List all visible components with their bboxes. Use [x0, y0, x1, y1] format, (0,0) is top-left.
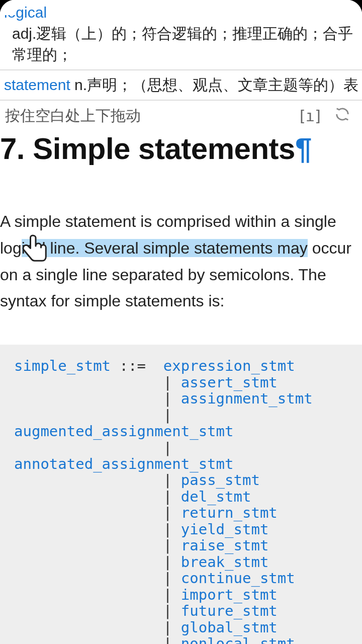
grammar-head[interactable]: simple_stmt — [14, 357, 111, 374]
grammar-rule[interactable]: augmented_assignment_stmt — [14, 423, 234, 440]
grammar-rule[interactable]: pass_stmt — [181, 471, 260, 489]
grammar-rule[interactable]: annotated_assignment_stmt — [14, 455, 234, 472]
grammar-rule[interactable]: continue_stmt — [181, 570, 295, 587]
drag-hint-text: 按住空白处上下拖动 — [5, 106, 292, 126]
drag-toolbar[interactable]: 按住空白处上下拖动 [ı] — [0, 101, 362, 128]
grammar-rule[interactable]: break_stmt — [181, 553, 269, 571]
grammar-rule[interactable]: global_stmt — [181, 619, 278, 636]
grammar-rule[interactable]: nonlocal_stmt — [181, 635, 295, 644]
intro-paragraph[interactable]: A simple statement is comprised within a… — [0, 166, 362, 314]
grammar-rule[interactable]: assignment_stmt — [181, 390, 313, 407]
grammar-rule[interactable]: yield_stmt — [181, 521, 269, 538]
grammar-rule[interactable]: raise_stmt — [181, 537, 269, 554]
brackets-icon[interactable]: [ı] — [298, 107, 322, 125]
permalink-icon[interactable]: ¶ — [295, 132, 312, 166]
grammar-rule[interactable]: expression_stmt — [163, 357, 295, 374]
grammar-block[interactable]: simple_stmt ::= expression_stmt | assert… — [0, 345, 362, 644]
selection-highlight: ical line. Several simple statements may — [22, 239, 308, 257]
dict-entry-logical[interactable]: logical adj.逻辑（上）的；符合逻辑的；推理正确的；合乎常理的； — [0, 0, 362, 70]
dict-definition: adj.逻辑（上）的；符合逻辑的；推理正确的；合乎常理的； — [4, 23, 358, 65]
dict-headword: logical — [4, 2, 358, 23]
heading-text: Simple statements — [33, 132, 295, 166]
refresh-icon[interactable] — [334, 106, 351, 126]
grammar-rule[interactable]: assert_stmt — [181, 374, 278, 391]
grammar-rule[interactable]: del_stmt — [181, 488, 251, 505]
dict-headword: statement — [4, 76, 70, 93]
heading-number: 7. — [0, 132, 25, 166]
grammar-assign-op: ::= — [120, 357, 146, 374]
dict-definition: n.声明；（思想、观点、文章主题等的）表 — [74, 76, 358, 93]
grammar-rule[interactable]: import_stmt — [181, 586, 278, 603]
grammar-rule[interactable]: future_stmt — [181, 602, 278, 619]
page-title: 7. Simple statements¶ — [0, 128, 362, 166]
grammar-rule[interactable]: return_stmt — [181, 504, 278, 521]
dict-entry-statement[interactable]: statement n.声明；（思想、观点、文章主题等的）表 — [0, 70, 362, 101]
